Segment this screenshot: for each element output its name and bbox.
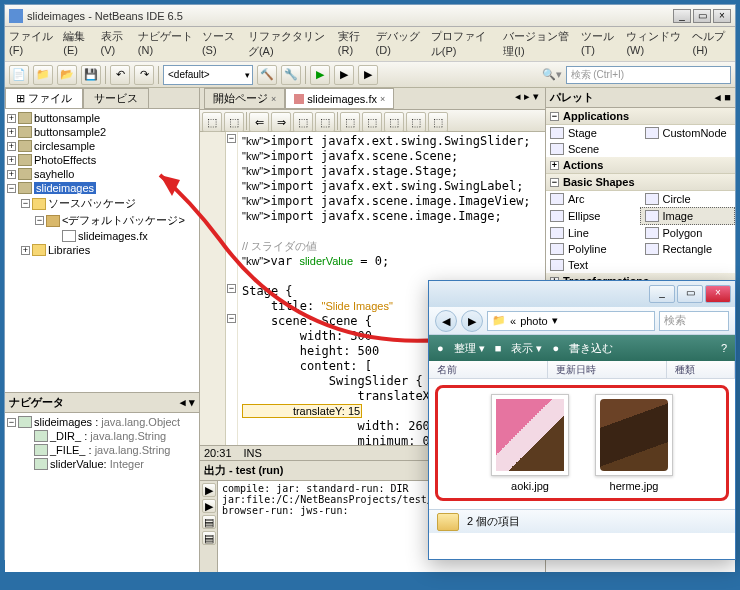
profile-button[interactable]: ▶ [358,65,378,85]
col-date[interactable]: 更新日時 [548,361,667,378]
out-rerun-button[interactable]: ▶ [202,499,216,513]
ed-d-button[interactable]: ⬚ [406,112,426,132]
menu-tools[interactable]: ツール(T) [581,29,619,59]
redo-button[interactable]: ↷ [134,65,154,85]
palette-item[interactable]: Ellipse [546,207,640,225]
menu-edit[interactable]: 編集(E) [63,29,92,59]
explorer-titlebar[interactable]: _ ▭ × [429,281,735,307]
views-menu[interactable]: 表示 ▾ [511,341,542,356]
projects-tree[interactable]: +buttonsample+buttonsample2+circlesample… [5,109,199,392]
new-project-button[interactable]: 📁 [33,65,53,85]
nav-item[interactable]: −slideimages : java.lang.Object [7,415,197,429]
exp-minimize-button[interactable]: _ [649,285,675,303]
tree-item[interactable]: −<デフォルトパッケージ> [7,212,197,229]
tree-item[interactable]: −ソースパッケージ [7,195,197,212]
out-wrap-button[interactable]: ▤ [202,531,216,545]
ed-b-button[interactable]: ⬚ [362,112,382,132]
organize-menu[interactable]: 整理 ▾ [454,341,485,356]
fold-strip[interactable]: − − − [226,132,238,445]
out-clear-button[interactable]: ▤ [202,515,216,529]
burn-button[interactable]: 書き込む [569,341,613,356]
debug-button[interactable]: ▶ [334,65,354,85]
close-button[interactable]: × [713,9,731,23]
files-tab[interactable]: ⊞ファイル [5,88,83,108]
file-aoki[interactable]: aoki.jpg [491,394,569,492]
file-herme[interactable]: herme.jpg [595,394,673,492]
clean-build-button[interactable]: 🔧 [281,65,301,85]
out-stop-button[interactable]: ▶ [202,483,216,497]
explorer-columns[interactable]: 名前 更新日時 種類 [429,361,735,379]
palette-section-head[interactable]: −Applications [546,108,735,125]
menu-help[interactable]: ヘルプ(H) [692,29,731,59]
ed-e-button[interactable]: ⬚ [428,112,448,132]
tab-slideimages[interactable]: slideimages.fx× [285,88,394,109]
palette-item[interactable]: CustomNode [641,125,736,141]
exp-close-button[interactable]: × [705,285,731,303]
palette-item[interactable]: Rectangle [641,241,736,257]
navigator-tree[interactable]: −slideimages : java.lang.Object_DIR_ : j… [5,413,199,572]
nav-item[interactable]: _FILE_ : java.lang.String [7,443,197,457]
tree-item[interactable]: +buttonsample [7,111,197,125]
palette-item[interactable]: Scene [546,141,641,157]
history-button[interactable]: ⬚ [224,112,244,132]
menu-profile[interactable]: プロファイル(P) [431,29,495,59]
run-button[interactable]: ▶ [310,65,330,85]
col-name[interactable]: 名前 [429,361,548,378]
tree-item[interactable]: −slideimages [7,181,197,195]
editor-tab-nav[interactable]: ◂ ▸ ▾ [509,88,545,109]
nav-item[interactable]: sliderValue: Integer [7,457,197,471]
menu-refactor[interactable]: リファクタリング(A) [248,29,330,59]
maximize-button[interactable]: ▭ [693,9,711,23]
palette-item[interactable]: Text [546,257,641,273]
forward-button[interactable]: ▶ [461,310,483,332]
menu-source[interactable]: ソース(S) [202,29,240,59]
tree-item[interactable]: +buttonsample2 [7,125,197,139]
config-combo[interactable]: <default> [163,65,253,85]
tree-item[interactable]: slideimages.fx [7,229,197,243]
palette-section-head[interactable]: −Basic Shapes [546,174,735,191]
ed-next-button[interactable]: ⇒ [271,112,291,132]
palette-item[interactable]: Stage [546,125,641,141]
menu-run[interactable]: 実行(R) [338,29,368,59]
ed-find-button[interactable]: ⬚ [293,112,313,132]
menu-debug[interactable]: デバッグ(D) [376,29,423,59]
undo-button[interactable]: ↶ [110,65,130,85]
menu-navigate[interactable]: ナビゲート(N) [138,29,194,59]
palette-section-head[interactable]: +Actions [546,157,735,174]
back-button[interactable]: ◀ [435,310,457,332]
palette-item[interactable]: Polygon [641,225,736,241]
menu-view[interactable]: 表示(V) [101,29,130,59]
tree-item[interactable]: +circlesample [7,139,197,153]
ed-bookmark-button[interactable]: ⬚ [315,112,335,132]
palette-item[interactable]: Circle [641,191,736,207]
build-button[interactable]: 🔨 [257,65,277,85]
titlebar[interactable]: slideimages - NetBeans IDE 6.5 _ ▭ × [5,5,735,27]
tree-item[interactable]: +Libraries [7,243,197,257]
minimize-button[interactable]: _ [673,9,691,23]
palette-item[interactable]: Line [546,225,641,241]
menu-window[interactable]: ウィンドウ(W) [626,29,684,59]
col-type[interactable]: 種類 [667,361,735,378]
source-button[interactable]: ⬚ [202,112,222,132]
search-input[interactable]: 検索 (Ctrl+I) [566,66,732,84]
ed-a-button[interactable]: ⬚ [340,112,360,132]
menu-file[interactable]: ファイル(F) [9,29,55,59]
explorer-search[interactable]: 検索 [659,311,729,331]
exp-maximize-button[interactable]: ▭ [677,285,703,303]
ed-c-button[interactable]: ⬚ [384,112,404,132]
services-tab[interactable]: サービス [83,88,149,108]
tree-item[interactable]: +sayhello [7,167,197,181]
new-file-button[interactable]: 📄 [9,65,29,85]
nav-item[interactable]: _DIR_ : java.lang.String [7,429,197,443]
palette-item[interactable]: Arc [546,191,641,207]
save-all-button[interactable]: 💾 [81,65,101,85]
tab-startpage[interactable]: 開始ページ× [204,88,285,109]
open-button[interactable]: 📂 [57,65,77,85]
breadcrumb[interactable]: 📁 « photo ▾ [487,311,655,331]
tree-item[interactable]: +PhotoEffects [7,153,197,167]
explorer-body[interactable]: aoki.jpg herme.jpg [429,379,735,509]
palette-item[interactable]: Polyline [546,241,641,257]
menu-version[interactable]: バージョン管理(I) [503,29,573,59]
ed-prev-button[interactable]: ⇐ [249,112,269,132]
palette-item[interactable]: Image [640,207,736,225]
